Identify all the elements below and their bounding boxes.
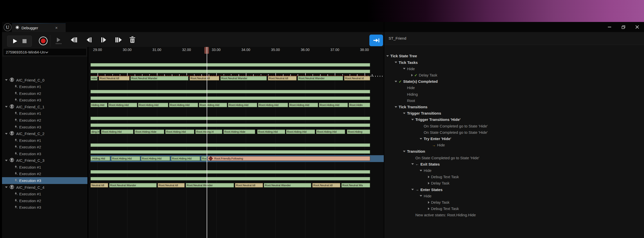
expander-down-icon[interactable] (411, 163, 414, 165)
details-row[interactable]: Hiding (384, 91, 644, 97)
expander-down-icon[interactable] (420, 195, 422, 197)
delete-tracks-button[interactable] (129, 36, 135, 43)
details-row[interactable]: Hide (384, 85, 644, 91)
state-activity-bar[interactable] (90, 143, 370, 147)
state-segment[interactable]: Root.Hiding (347, 129, 370, 134)
state-segment[interactable]: Root.Hiding.Hid (101, 129, 133, 134)
expander-right-icon[interactable] (428, 201, 430, 204)
state-segment[interactable]: Root.Hiding.Hid (199, 103, 227, 107)
details-row[interactable]: Trigger Transitions 'Hide' (384, 116, 644, 123)
state-segment[interactable]: Root.Friendly.Following (208, 156, 370, 161)
state-segment[interactable]: Root.Hiding.Hid (171, 156, 200, 161)
state-activity-bar[interactable] (90, 117, 370, 120)
execution-row[interactable]: Execution #3 (2, 204, 100, 211)
next-frame-group-button[interactable] (115, 37, 122, 43)
details-row[interactable]: →Enter States (384, 187, 644, 193)
state-segment[interactable]: Root.Neutral.Wa (341, 183, 370, 188)
state-segment[interactable]: Root.Neutral.Idl (312, 183, 340, 188)
play-button[interactable] (12, 38, 17, 44)
state-segment[interactable]: Root.Neutral.Idl (158, 183, 185, 188)
execution-row[interactable]: Execution #1 (2, 110, 100, 117)
state-segment[interactable]: Root.Hiding.Hid (111, 156, 140, 161)
expander-down-icon[interactable] (403, 68, 406, 69)
expander-down-icon[interactable] (395, 81, 397, 82)
execution-row[interactable]: Execution #3 (2, 150, 100, 157)
close-button[interactable] (633, 23, 641, 31)
execution-row[interactable]: Execution #2 (2, 197, 100, 204)
state-segment[interactable]: Root.Hiding.Hid (319, 103, 348, 107)
details-row[interactable]: Try Enter 'Hide' (384, 136, 644, 142)
expander-down-icon[interactable] (5, 187, 8, 188)
details-row[interactable]: Root (384, 97, 644, 104)
state-segment[interactable]: Roo (201, 156, 207, 161)
expander-down-icon[interactable] (403, 151, 406, 152)
details-row[interactable]: On State Completed go to State 'Hide' (384, 129, 644, 136)
details-row[interactable]: →Hide (384, 142, 644, 148)
execution-row[interactable]: Execution #2 (2, 117, 100, 124)
execution-row[interactable]: Execution #3 (2, 124, 100, 130)
execution-row[interactable]: Execution #2 (2, 144, 100, 150)
details-row[interactable]: Hide (384, 193, 644, 199)
event-diamond-marker[interactable] (209, 156, 213, 161)
details-row[interactable]: Debug Text Task (384, 174, 644, 180)
expander-down-icon[interactable] (5, 79, 8, 81)
state-segment[interactable]: Root.Hiding.Hide (223, 129, 255, 134)
state-segment[interactable]: Root.Neutral.Wander (186, 183, 234, 188)
expander-right-icon[interactable] (428, 207, 430, 210)
next-frame-button[interactable] (101, 37, 107, 43)
expander-right-icon[interactable] (428, 182, 430, 184)
minimize-button[interactable] (605, 23, 614, 31)
jump-to-latest-button[interactable] (369, 35, 383, 46)
state-segment[interactable]: Root.Hiding.Hid (165, 129, 194, 134)
state-segment[interactable]: Root.Hiding.Hid (108, 103, 137, 107)
tree-group-row[interactable]: AIC_Friend_C_0 (2, 77, 90, 84)
state-segment[interactable]: Root.Neutral.Wander (264, 183, 311, 188)
expander-down-icon[interactable] (411, 119, 414, 120)
state-segment[interactable]: Root.Neutral.Wander (109, 183, 157, 188)
expander-down-icon[interactable] (5, 133, 8, 135)
restore-button[interactable] (619, 23, 628, 31)
tree-group-row[interactable]: AIC_Friend_C_1 (2, 103, 90, 110)
execution-row[interactable]: Execution #2 (2, 170, 100, 177)
state-segment[interactable]: Root.Hiding.Hid (257, 129, 285, 134)
state-segment[interactable]: ding.Hid (90, 129, 100, 134)
state-activity-bar[interactable] (90, 150, 370, 154)
state-activity-bar[interactable] (90, 96, 370, 100)
execution-row[interactable]: Execution #1 (2, 137, 100, 144)
state-segment[interactable]: Root.Hiding.Hid (141, 156, 170, 161)
state-activity-bar[interactable] (90, 123, 370, 127)
step-forward-ruler-button[interactable] (55, 37, 62, 45)
state-segment[interactable]: Root.Neutral.Id (344, 76, 370, 81)
execution-row[interactable]: Execution #1 (2, 83, 100, 90)
execution-row[interactable]: Execution #3 (2, 177, 100, 184)
expander-down-icon[interactable] (5, 160, 8, 161)
expander-right-icon[interactable] (428, 176, 430, 178)
expander-down-icon[interactable] (420, 138, 422, 140)
details-row[interactable]: Tick Tasks (384, 59, 644, 66)
tree-group-row[interactable]: AIC_Friend_C_3 (2, 157, 90, 164)
details-row[interactable]: On State Completed go to State 'Hide' (384, 123, 644, 129)
session-dropdown[interactable]: 2759693516-Win64-UnrealEditor-Dev (3, 48, 87, 56)
record-button[interactable] (38, 36, 48, 46)
expander-down-icon[interactable] (5, 106, 8, 108)
details-row[interactable]: ←Exit States (384, 161, 644, 167)
details-row[interactable]: Tick Transitions (384, 104, 644, 110)
state-segment[interactable]: Root.Neutral.Wander (298, 76, 343, 81)
state-segment[interactable]: Root.Hiding.H (195, 129, 222, 134)
previous-frame-group-button[interactable] (70, 37, 77, 43)
details-row[interactable]: Hide (384, 167, 644, 174)
tree-group-row[interactable]: AIC_Friend_C_4 (2, 184, 90, 191)
details-row[interactable]: New active states: Root.Hiding.Hide (384, 212, 644, 218)
details-row[interactable]: On State Completed go to State 'Hide' (384, 155, 644, 161)
details-row[interactable]: Delay Task (384, 199, 644, 205)
state-activity-bar[interactable] (90, 90, 370, 93)
state-segment[interactable]: Hiding.Hid (90, 103, 107, 107)
state-segment[interactable]: Root.Neutral.Idl (268, 76, 297, 81)
tab-debugger[interactable]: Debugger ✕ (12, 23, 66, 32)
expander-down-icon[interactable] (386, 55, 389, 57)
details-row[interactable]: ✓Delay Task (384, 72, 644, 78)
timeline-panel[interactable]: 29.0030.0031.0032.0033.0034.0035.0036.00… (88, 47, 384, 238)
state-activity-bar[interactable] (90, 177, 370, 180)
execution-row[interactable]: Execution #3 (2, 97, 100, 103)
state-segment[interactable]: Root.Hiding.Hide (134, 129, 164, 134)
